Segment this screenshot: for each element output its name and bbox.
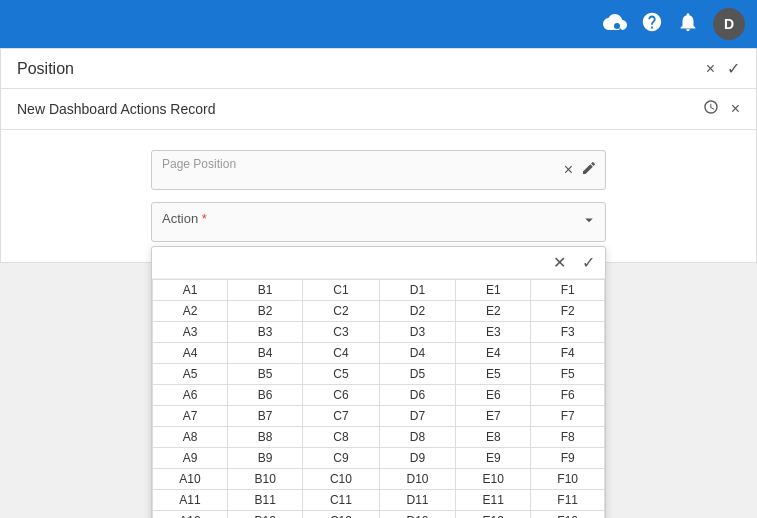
grid-cell[interactable]: B2 (228, 301, 303, 322)
grid-cell[interactable]: E1 (456, 280, 531, 301)
grid-cell[interactable]: D11 (379, 490, 456, 511)
grid-cell[interactable]: D1 (379, 280, 456, 301)
grid-cell[interactable]: F11 (531, 490, 605, 511)
grid-cell[interactable]: C10 (303, 469, 380, 490)
grid-cell[interactable]: E2 (456, 301, 531, 322)
grid-cell[interactable]: A8 (153, 427, 228, 448)
svg-point-0 (614, 23, 620, 29)
grid-cell[interactable]: D10 (379, 469, 456, 490)
form-area: Page Position × Action * (1, 130, 756, 262)
sub-panel-close-icon[interactable]: × (731, 100, 740, 118)
grid-cell[interactable]: F6 (531, 385, 605, 406)
grid-cell[interactable]: F8 (531, 427, 605, 448)
grid-cell[interactable]: F12 (531, 511, 605, 519)
grid-cell[interactable]: F7 (531, 406, 605, 427)
grid-cell[interactable]: A5 (153, 364, 228, 385)
grid-cell[interactable]: F3 (531, 322, 605, 343)
grid-cell[interactable]: A11 (153, 490, 228, 511)
grid-cell[interactable]: F4 (531, 343, 605, 364)
main-panel: Position × ✓ New Dashboard Actions Recor… (0, 48, 757, 263)
grid-cell[interactable]: B7 (228, 406, 303, 427)
grid-cell[interactable]: D8 (379, 427, 456, 448)
grid-cell[interactable]: E8 (456, 427, 531, 448)
page-position-edit-icon[interactable] (581, 160, 597, 180)
grid-cell[interactable]: B4 (228, 343, 303, 364)
grid-cell[interactable]: E12 (456, 511, 531, 519)
action-input-box: Action * (151, 202, 606, 242)
avatar[interactable]: D (713, 8, 745, 40)
grid-cell[interactable]: B8 (228, 427, 303, 448)
grid-cell[interactable]: C8 (303, 427, 380, 448)
grid-cell[interactable]: A3 (153, 322, 228, 343)
grid-cell[interactable]: D4 (379, 343, 456, 364)
sub-panel-clock-icon[interactable] (703, 99, 719, 119)
page-position-row: Page Position × (151, 150, 606, 190)
grid-cell[interactable]: F10 (531, 469, 605, 490)
table-row: A2B2C2D2E2F2 (153, 301, 605, 322)
grid-cell[interactable]: A4 (153, 343, 228, 364)
grid-cell[interactable]: E3 (456, 322, 531, 343)
dropdown-cancel-icon[interactable]: ✕ (553, 253, 566, 272)
grid-cell[interactable]: B6 (228, 385, 303, 406)
grid-cell[interactable]: A1 (153, 280, 228, 301)
page-position-label: Page Position (162, 157, 236, 171)
grid-cell[interactable]: F9 (531, 448, 605, 469)
grid-cell[interactable]: A7 (153, 406, 228, 427)
sub-panel-title: New Dashboard Actions Record (17, 101, 215, 117)
sub-panel-title-bar: New Dashboard Actions Record × (1, 89, 756, 130)
grid-cell[interactable]: B11 (228, 490, 303, 511)
action-required-marker: * (202, 211, 207, 226)
grid-cell[interactable]: D3 (379, 322, 456, 343)
grid-cell[interactable]: E9 (456, 448, 531, 469)
grid-cell[interactable]: E10 (456, 469, 531, 490)
grid-cell[interactable]: C3 (303, 322, 380, 343)
bell-icon[interactable] (677, 11, 699, 38)
grid-cell[interactable]: B3 (228, 322, 303, 343)
grid-cell[interactable]: D2 (379, 301, 456, 322)
grid-cell[interactable]: F2 (531, 301, 605, 322)
grid-cell[interactable]: E11 (456, 490, 531, 511)
grid-cell[interactable]: B12 (228, 511, 303, 519)
panel-check-icon[interactable]: ✓ (727, 59, 740, 78)
page-position-clear-icon[interactable]: × (564, 161, 573, 179)
action-dropdown-popup: ✕ ✓ A1B1C1D1E1F1A2B2C2D2E2F2A3B3C3D3E3F3… (151, 246, 606, 518)
grid-cell[interactable]: C1 (303, 280, 380, 301)
grid-cell[interactable]: D7 (379, 406, 456, 427)
grid-cell[interactable]: A6 (153, 385, 228, 406)
grid-cell[interactable]: C7 (303, 406, 380, 427)
dropdown-confirm-icon[interactable]: ✓ (582, 253, 595, 272)
grid-cell[interactable]: E5 (456, 364, 531, 385)
action-field-row: Action * ✕ ✓ A1B1C1D1E1F1A2B2C2D2E2F2A (151, 202, 606, 242)
grid-cell[interactable]: F5 (531, 364, 605, 385)
grid-cell[interactable]: A2 (153, 301, 228, 322)
grid-cell[interactable]: F1 (531, 280, 605, 301)
grid-cell[interactable]: D12 (379, 511, 456, 519)
grid-cell[interactable]: D6 (379, 385, 456, 406)
grid-cell[interactable]: B10 (228, 469, 303, 490)
grid-cell[interactable]: C4 (303, 343, 380, 364)
cloud-search-icon[interactable] (603, 10, 627, 39)
table-row: A10B10C10D10E10F10 (153, 469, 605, 490)
grid-cell[interactable]: B5 (228, 364, 303, 385)
grid-cell[interactable]: A10 (153, 469, 228, 490)
grid-cell[interactable]: E4 (456, 343, 531, 364)
grid-cell[interactable]: C11 (303, 490, 380, 511)
grid-cell[interactable]: D5 (379, 364, 456, 385)
grid-cell[interactable]: E7 (456, 406, 531, 427)
table-row: A11B11C11D11E11F11 (153, 490, 605, 511)
grid-cell[interactable]: C5 (303, 364, 380, 385)
grid-cell[interactable]: D9 (379, 448, 456, 469)
grid-cell[interactable]: B1 (228, 280, 303, 301)
page-position-field[interactable]: Page Position × (151, 150, 606, 190)
grid-cell[interactable]: A12 (153, 511, 228, 519)
grid-cell[interactable]: C6 (303, 385, 380, 406)
panel-close-icon[interactable]: × (706, 60, 715, 78)
help-icon[interactable] (641, 11, 663, 38)
grid-cell[interactable]: B9 (228, 448, 303, 469)
grid-cell[interactable]: C9 (303, 448, 380, 469)
grid-cell[interactable]: E6 (456, 385, 531, 406)
grid-cell[interactable]: C12 (303, 511, 380, 519)
action-dropdown-icon[interactable] (580, 211, 598, 233)
grid-cell[interactable]: A9 (153, 448, 228, 469)
grid-cell[interactable]: C2 (303, 301, 380, 322)
